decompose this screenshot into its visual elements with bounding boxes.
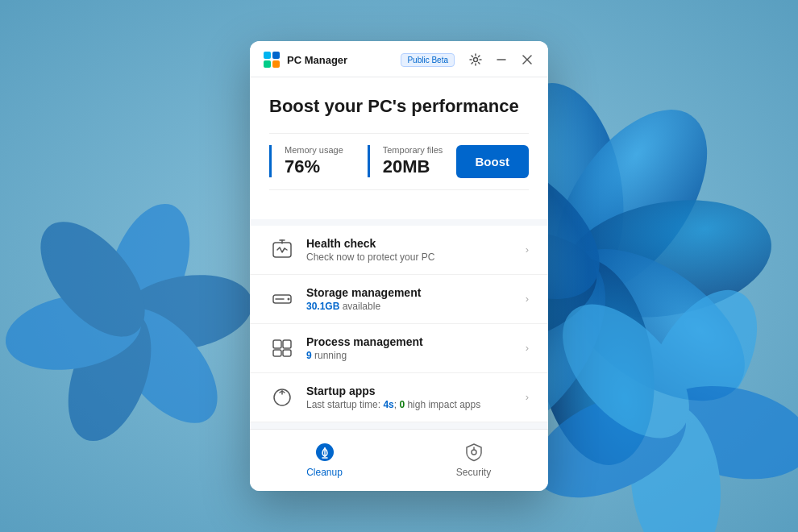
nav-security[interactable]: Security [399, 438, 548, 481]
process-management-icon [269, 335, 295, 361]
security-icon [463, 441, 485, 463]
temp-files-stat: Temporary files 20MB [368, 145, 456, 177]
minimize-button[interactable] [493, 52, 509, 68]
process-management-text: Process management 9 running [306, 335, 514, 361]
storage-management-chevron: › [526, 293, 529, 305]
startup-apps-chevron: › [526, 391, 529, 403]
storage-highlight: 30.1GB [306, 301, 339, 312]
svg-rect-37 [283, 350, 291, 356]
memory-usage-value: 76% [285, 156, 345, 177]
svg-point-43 [472, 450, 476, 455]
startup-apps-title: Startup apps [306, 384, 514, 397]
health-check-title: Health check [306, 237, 514, 250]
health-check-text: Health check Check now to protect your P… [306, 237, 514, 263]
storage-management-icon [269, 286, 295, 312]
storage-management-subtitle: 30.1GB available [306, 301, 514, 312]
startup-apps-icon [269, 384, 295, 410]
health-check-chevron: › [526, 243, 529, 256]
page-heading: Boost your PC's performance [269, 95, 529, 118]
svg-rect-36 [273, 350, 281, 356]
temp-files-value: 20MB [383, 156, 443, 177]
health-check-icon [269, 237, 295, 263]
storage-management-title: Storage management [306, 286, 514, 299]
svg-point-32 [288, 297, 290, 300]
process-management-item[interactable]: Process management 9 running › [250, 324, 548, 373]
health-check-item[interactable]: Health check Check now to protect your P… [250, 226, 548, 275]
startup-apps-item[interactable]: Startup apps Last startup time: 4s; 0 hi… [250, 373, 548, 422]
memory-usage-label: Memory usage [285, 145, 345, 155]
title-bar-controls [468, 52, 535, 68]
svg-rect-28 [273, 243, 291, 257]
temp-files-label: Temporary files [383, 145, 443, 155]
bottom-nav: Cleanup Security [250, 429, 548, 491]
menu-section: Health check Check now to protect your P… [250, 219, 548, 429]
svg-rect-22 [264, 60, 271, 68]
main-content: Boost your PC's performance Memory usage… [250, 77, 548, 219]
app-title: PC Manager [287, 54, 394, 66]
health-check-subtitle: Check now to protect your PC [306, 251, 514, 263]
app-logo [263, 51, 281, 69]
startup-time-highlight: 4s [383, 399, 393, 410]
boost-section: Memory usage 76% Temporary files 20MB Bo… [269, 133, 529, 190]
beta-badge: Public Beta [401, 53, 455, 67]
process-management-title: Process management [306, 335, 514, 348]
svg-point-24 [474, 58, 478, 62]
process-management-chevron: › [526, 342, 529, 354]
process-management-subtitle: 9 running [306, 350, 514, 361]
startup-impact-highlight: 0 [399, 399, 405, 410]
svg-rect-21 [272, 52, 280, 59]
svg-rect-20 [264, 52, 271, 59]
svg-rect-35 [283, 340, 291, 348]
app-window: PC Manager Public Beta Boost your PC's p… [250, 41, 548, 491]
close-button[interactable] [519, 52, 535, 68]
startup-apps-text: Startup apps Last startup time: 4s; 0 hi… [306, 384, 514, 410]
process-count-highlight: 9 [306, 350, 312, 361]
cleanup-icon [314, 441, 336, 463]
settings-button[interactable] [468, 52, 484, 68]
title-bar: PC Manager Public Beta [250, 41, 548, 77]
nav-cleanup[interactable]: Cleanup [250, 438, 399, 481]
security-label: Security [456, 467, 491, 478]
startup-apps-subtitle: Last startup time: 4s; 0 high impact app… [306, 399, 514, 410]
storage-management-text: Storage management 30.1GB available [306, 286, 514, 312]
boost-button[interactable]: Boost [456, 145, 530, 178]
cleanup-label: Cleanup [306, 467, 343, 478]
svg-rect-23 [272, 60, 280, 68]
svg-rect-34 [273, 340, 281, 348]
memory-usage-stat: Memory usage 76% [269, 145, 358, 177]
storage-management-item[interactable]: Storage management 30.1GB available › [250, 275, 548, 324]
